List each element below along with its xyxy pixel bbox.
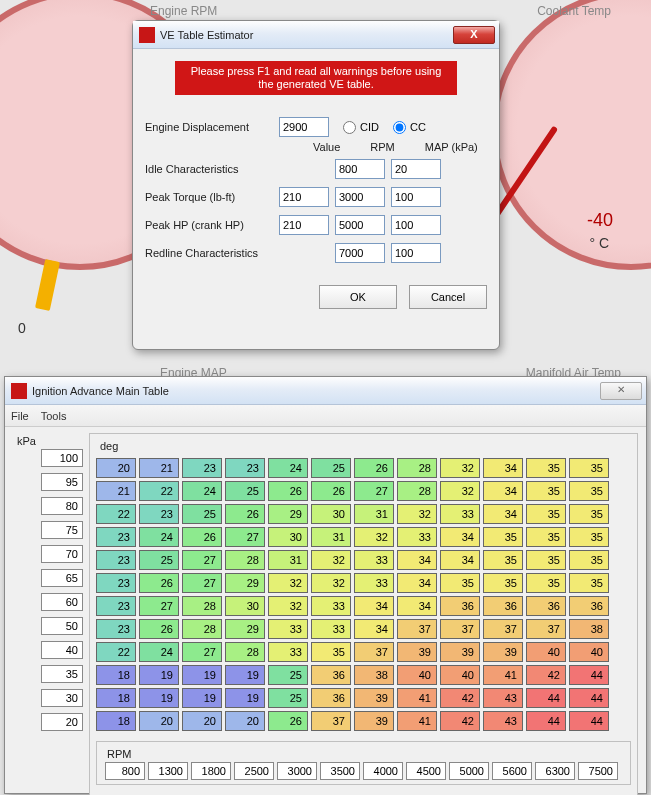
grid-cell[interactable]: 38 (354, 665, 394, 685)
grid-cell[interactable]: 40 (440, 665, 480, 685)
grid-cell[interactable]: 32 (397, 504, 437, 524)
grid-cell[interactable]: 34 (397, 550, 437, 570)
grid-cell[interactable]: 25 (225, 481, 265, 501)
grid-cell[interactable]: 24 (139, 642, 179, 662)
kpa-input[interactable] (41, 497, 83, 515)
grid-cell[interactable]: 26 (139, 619, 179, 639)
grid-cell[interactable]: 23 (96, 573, 136, 593)
grid-cell[interactable]: 36 (311, 688, 351, 708)
unit-cid-radio[interactable]: CID (343, 121, 379, 134)
grid-cell[interactable]: 28 (225, 642, 265, 662)
grid-cell[interactable]: 39 (354, 688, 394, 708)
grid-cell[interactable]: 28 (397, 458, 437, 478)
grid-cell[interactable]: 27 (182, 642, 222, 662)
grid-cell[interactable]: 34 (354, 596, 394, 616)
grid-cell[interactable]: 32 (311, 550, 351, 570)
kpa-input[interactable] (41, 689, 83, 707)
grid-cell[interactable]: 32 (440, 481, 480, 501)
grid-cell[interactable]: 20 (96, 458, 136, 478)
grid-cell[interactable]: 23 (96, 527, 136, 547)
grid-cell[interactable]: 35 (526, 550, 566, 570)
grid-cell[interactable]: 35 (526, 458, 566, 478)
grid-cell[interactable]: 27 (139, 596, 179, 616)
grid-cell[interactable]: 19 (182, 665, 222, 685)
grid-cell[interactable]: 44 (569, 711, 609, 731)
grid-cell[interactable]: 44 (569, 688, 609, 708)
grid-cell[interactable]: 31 (311, 527, 351, 547)
grid-cell[interactable]: 34 (483, 504, 523, 524)
grid-cell[interactable]: 35 (569, 550, 609, 570)
kpa-input[interactable] (41, 665, 83, 683)
idle-map[interactable] (391, 159, 441, 179)
grid-cell[interactable]: 33 (311, 596, 351, 616)
grid-cell[interactable]: 19 (225, 665, 265, 685)
grid-cell[interactable]: 36 (440, 596, 480, 616)
grid-cell[interactable]: 37 (397, 619, 437, 639)
unit-cc-radio[interactable]: CC (393, 121, 426, 134)
grid-cell[interactable]: 36 (311, 665, 351, 685)
grid-cell[interactable]: 37 (311, 711, 351, 731)
grid-cell[interactable]: 33 (440, 504, 480, 524)
grid-cell[interactable]: 36 (569, 596, 609, 616)
grid-cell[interactable]: 32 (268, 596, 308, 616)
grid-cell[interactable]: 26 (268, 711, 308, 731)
grid-cell[interactable]: 23 (139, 504, 179, 524)
grid-cell[interactable]: 35 (569, 458, 609, 478)
grid-cell[interactable]: 31 (354, 504, 394, 524)
grid-cell[interactable]: 34 (483, 458, 523, 478)
grid-cell[interactable]: 35 (440, 573, 480, 593)
grid-cell[interactable]: 24 (268, 458, 308, 478)
kpa-input[interactable] (41, 521, 83, 539)
grid-cell[interactable]: 41 (397, 688, 437, 708)
grid-cell[interactable]: 39 (397, 642, 437, 662)
grid-cell[interactable]: 33 (311, 619, 351, 639)
ve-titlebar[interactable]: VE Table Estimator X (133, 21, 499, 49)
kpa-input[interactable] (41, 449, 83, 467)
grid-cell[interactable]: 20 (139, 711, 179, 731)
grid-cell[interactable]: 23 (96, 596, 136, 616)
grid-cell[interactable]: 40 (397, 665, 437, 685)
grid-cell[interactable]: 37 (354, 642, 394, 662)
grid-cell[interactable]: 30 (311, 504, 351, 524)
grid-cell[interactable]: 40 (526, 642, 566, 662)
idle-rpm[interactable] (335, 159, 385, 179)
grid-cell[interactable]: 30 (268, 527, 308, 547)
grid-cell[interactable]: 44 (526, 688, 566, 708)
grid-cell[interactable]: 27 (182, 550, 222, 570)
grid-cell[interactable]: 41 (397, 711, 437, 731)
grid-cell[interactable]: 34 (354, 619, 394, 639)
grid-cell[interactable]: 27 (225, 527, 265, 547)
grid-cell[interactable]: 25 (268, 688, 308, 708)
grid-cell[interactable]: 34 (440, 550, 480, 570)
grid-cell[interactable]: 25 (268, 665, 308, 685)
hp-rpm[interactable] (335, 215, 385, 235)
grid-cell[interactable]: 35 (526, 573, 566, 593)
grid-cell[interactable]: 33 (397, 527, 437, 547)
cancel-button[interactable]: Cancel (409, 285, 487, 309)
grid-cell[interactable]: 28 (182, 596, 222, 616)
grid-cell[interactable]: 35 (569, 481, 609, 501)
rpm-input[interactable] (191, 762, 231, 780)
grid-cell[interactable]: 34 (397, 596, 437, 616)
grid-cell[interactable]: 42 (440, 688, 480, 708)
grid-cell[interactable]: 37 (526, 619, 566, 639)
grid-cell[interactable]: 27 (354, 481, 394, 501)
grid-cell[interactable]: 40 (569, 642, 609, 662)
grid-cell[interactable]: 35 (526, 504, 566, 524)
grid-cell[interactable]: 19 (182, 688, 222, 708)
grid-cell[interactable]: 27 (182, 573, 222, 593)
grid-cell[interactable]: 28 (397, 481, 437, 501)
grid-cell[interactable]: 21 (139, 458, 179, 478)
rpm-input[interactable] (578, 762, 618, 780)
grid-cell[interactable]: 21 (96, 481, 136, 501)
rpm-input[interactable] (406, 762, 446, 780)
grid-cell[interactable]: 29 (268, 504, 308, 524)
rpm-input[interactable] (535, 762, 575, 780)
rpm-input[interactable] (320, 762, 360, 780)
kpa-input[interactable] (41, 641, 83, 659)
ok-button[interactable]: OK (319, 285, 397, 309)
grid-cell[interactable]: 18 (96, 688, 136, 708)
grid-cell[interactable]: 23 (225, 458, 265, 478)
grid-cell[interactable]: 20 (182, 711, 222, 731)
grid-cell[interactable]: 30 (225, 596, 265, 616)
